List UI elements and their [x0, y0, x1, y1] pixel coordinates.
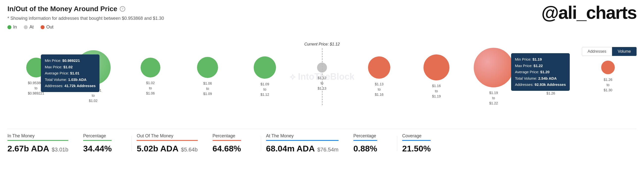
- stat-group-pct-out: Percentage 64.68%: [212, 133, 251, 154]
- bubble-group-3: $1.02to$1.06: [122, 58, 179, 96]
- bubble-4: [197, 57, 218, 78]
- bubble-7: [368, 56, 390, 79]
- stats-row: In The Money 2.67b ADA $3.01b Percentage…: [8, 129, 636, 154]
- bubble-group-5: $1.09to$1.12: [236, 56, 293, 97]
- tooltip-left-avg: $1.01: [70, 71, 80, 75]
- bubble-label-9: $1.19to$1.22: [489, 90, 498, 106]
- divider-3: [397, 136, 397, 151]
- bubble-group-6: $1.12to$1.13: [293, 62, 350, 91]
- out-the-money-value: 5.02b ADA $5.64b: [136, 144, 198, 154]
- tooltip-left-addr: 41.72k Addresses: [64, 84, 96, 88]
- bubble-group-7: $1.13to$1.16: [351, 56, 408, 97]
- bubble-label-6: $1.12to$1.13: [318, 76, 326, 91]
- pct-out-label: Percentage: [212, 133, 241, 138]
- bubble-label-11: $1.26to$1.30: [604, 77, 612, 93]
- pct-in-underline: [83, 140, 112, 141]
- legend-in: In: [8, 24, 17, 30]
- bubble-group-4: $1.06to$1.09: [179, 57, 236, 96]
- legend-label-at: At: [30, 24, 34, 30]
- at-the-money-value: 68.04m ADA $76.54m: [266, 144, 338, 154]
- tooltip-right-vol: 2.54b ADA: [538, 76, 557, 80]
- in-usd: $3.01b: [52, 146, 68, 153]
- info-icon[interactable]: ?: [120, 6, 125, 12]
- out-underline: [136, 140, 198, 141]
- in-the-money-label: In The Money: [8, 133, 68, 138]
- tooltip-right: Min Price: $1.19 Max Price: $1.22 Averag…: [511, 53, 570, 91]
- stat-group-pct-at: Percentage 0.88%: [354, 133, 387, 154]
- legend-at: At: [24, 24, 34, 30]
- pct-out-underline: [212, 140, 241, 141]
- bubble-5: [254, 56, 276, 79]
- out-usd: $5.64b: [181, 146, 198, 153]
- tooltip-left-min: $0.989221: [62, 58, 80, 62]
- bubble-label-4: $1.06to$1.09: [203, 81, 212, 96]
- pct-at-label: Percentage: [354, 133, 377, 138]
- tooltip-left-vol: 1.03b ADA: [68, 78, 86, 82]
- legend-dot-out: [40, 25, 44, 29]
- out-ada: 5.02b ADA: [136, 144, 178, 154]
- in-the-money-value: 2.67b ADA $3.01b: [8, 144, 68, 154]
- bubble-label-3: $1.02to$1.06: [146, 80, 155, 96]
- tooltip-left-max: $1.02: [63, 65, 73, 69]
- tooltip-right-min: $1.19: [532, 57, 542, 61]
- watermark: @ali_charts: [542, 2, 636, 23]
- bubble-11: [601, 60, 615, 74]
- pct-out-value: 64.68%: [212, 144, 241, 154]
- chart-area: Current Price: $1.12 ⟡ IntoTheBlock Min …: [8, 35, 636, 119]
- tooltip-right-avg: $1.20: [540, 70, 550, 74]
- bubble-8: [424, 54, 450, 80]
- bubble-6: [317, 62, 327, 72]
- legend-label-out: Out: [46, 24, 54, 30]
- bubble-label-5: $1.09to$1.12: [260, 82, 269, 97]
- bubble-3: [140, 58, 160, 78]
- at-underline: [266, 140, 338, 141]
- tooltip-right-max: $1.22: [534, 64, 543, 68]
- legend-dot-in: [8, 25, 12, 29]
- current-price-label: Current Price: $1.12: [304, 42, 340, 46]
- divider-2: [261, 136, 261, 151]
- coverage-label: Coverage: [402, 133, 431, 138]
- pct-in-label: Percentage: [83, 133, 112, 138]
- stat-group-coverage: Coverage 21.50%: [402, 133, 440, 154]
- legend-out: Out: [40, 24, 54, 30]
- in-ada: 2.67b ADA: [8, 144, 49, 154]
- tooltip-right-addr: 92.93k Addresses: [534, 82, 566, 86]
- stat-group-out: Out Of The Money 5.02b ADA $5.64b: [136, 133, 208, 154]
- pct-in-value: 34.44%: [83, 144, 112, 154]
- coverage-value: 21.50%: [402, 144, 431, 154]
- page-title: In/Out of the Money Around Price: [8, 5, 117, 13]
- tooltip-left: Min Price: $0.989221 Max Price: $1.02 Av…: [41, 54, 100, 92]
- legend-row: In At Out: [8, 24, 636, 30]
- stat-group-in: In The Money 2.67b ADA $3.01b: [8, 133, 78, 154]
- pct-at-underline: [354, 140, 377, 141]
- at-the-money-label: At The Money: [266, 133, 338, 138]
- bubble-9: [474, 48, 513, 87]
- main-container: In/Out of the Money Around Price ? @ali_…: [0, 0, 644, 158]
- out-the-money-label: Out Of The Money: [136, 133, 198, 138]
- coverage-underline: [402, 140, 431, 141]
- bubble-group-11: $1.26to$1.30: [580, 60, 636, 93]
- stat-group-at: At The Money 68.04m ADA $76.54m: [266, 133, 348, 154]
- stat-group-pct-in: Percentage 34.44%: [83, 133, 122, 154]
- legend-label-in: In: [13, 24, 17, 30]
- legend-dot-at: [24, 25, 28, 29]
- at-ada: 68.04m ADA: [266, 144, 315, 154]
- in-underline: [8, 140, 68, 141]
- bubble-group-8: $1.16to$1.19: [408, 54, 465, 99]
- at-usd: $76.54m: [317, 146, 338, 153]
- bubble-label-7: $1.13to$1.16: [375, 82, 384, 97]
- divider-1: [132, 136, 132, 151]
- bubble-label-8: $1.16to$1.19: [432, 84, 441, 99]
- pct-at-value: 0.88%: [354, 144, 377, 154]
